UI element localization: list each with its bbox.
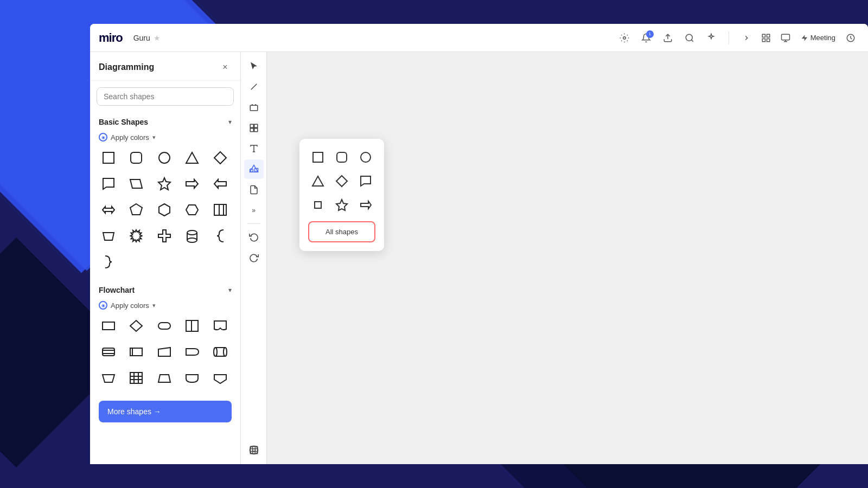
popup-arrow-right[interactable] bbox=[356, 195, 375, 215]
notifications-button[interactable]: 1 bbox=[637, 29, 655, 47]
svg-marker-48 bbox=[103, 375, 114, 382]
svg-point-0 bbox=[623, 36, 626, 39]
app-window: miro Guru ★ 1 bbox=[90, 24, 868, 464]
shape-brace-right[interactable] bbox=[97, 250, 120, 274]
table-button[interactable] bbox=[244, 440, 264, 460]
shape-double-arrow[interactable] bbox=[97, 198, 120, 222]
shape-rounded-square[interactable] bbox=[124, 146, 148, 170]
shape-arrow-right[interactable] bbox=[180, 172, 204, 196]
svg-marker-18 bbox=[158, 178, 170, 190]
flowchart-chevron: ▾ bbox=[228, 286, 232, 294]
svg-rect-49 bbox=[130, 373, 142, 383]
popup-circle[interactable] bbox=[356, 147, 375, 167]
shape-arrow-left[interactable] bbox=[208, 172, 232, 196]
shape-cylinder[interactable] bbox=[180, 224, 204, 248]
shapes-popup: All shapes bbox=[299, 139, 384, 251]
svg-point-32 bbox=[187, 238, 197, 242]
fc-decision[interactable] bbox=[124, 314, 148, 338]
svg-rect-57 bbox=[250, 105, 258, 111]
shape-burst[interactable] bbox=[124, 224, 148, 248]
basic-shapes-apply-colors[interactable]: ◉ Apply colors ▾ bbox=[97, 131, 234, 146]
shape-pentagon[interactable] bbox=[124, 198, 148, 222]
pen-tool-button[interactable] bbox=[244, 77, 264, 97]
shape-columns[interactable] bbox=[208, 198, 232, 222]
shape-square[interactable] bbox=[97, 146, 120, 170]
more-shapes-button[interactable]: More shapes → bbox=[99, 401, 232, 422]
svg-rect-13 bbox=[131, 152, 142, 163]
magic-button[interactable] bbox=[703, 29, 720, 47]
fc-document[interactable] bbox=[208, 314, 232, 338]
fc-alternate-process[interactable] bbox=[97, 340, 120, 364]
shape-circle[interactable] bbox=[152, 146, 176, 170]
fc-process[interactable] bbox=[97, 314, 120, 338]
redo-button[interactable] bbox=[244, 248, 264, 267]
svg-rect-81 bbox=[315, 202, 321, 208]
notification-badge: 1 bbox=[646, 30, 654, 38]
meeting-button[interactable]: Meeting bbox=[796, 29, 840, 47]
shape-speech-bubble[interactable] bbox=[97, 172, 120, 196]
layout-button[interactable] bbox=[777, 29, 794, 47]
shape-star[interactable] bbox=[152, 172, 176, 196]
search-button[interactable] bbox=[681, 29, 698, 47]
flowchart-apply-colors[interactable]: ◉ Apply colors ▾ bbox=[97, 299, 234, 314]
shape-brace-left[interactable] bbox=[208, 224, 232, 248]
expand-panel-button[interactable] bbox=[738, 29, 755, 47]
fc-manual-operation[interactable] bbox=[97, 366, 120, 390]
popup-speech-bubble[interactable] bbox=[356, 171, 375, 191]
all-shapes-button[interactable]: All shapes bbox=[308, 221, 375, 242]
shape-trapezoid[interactable] bbox=[97, 224, 120, 248]
flowchart-header[interactable]: Flowchart ▾ bbox=[97, 280, 234, 299]
fc-manual-input[interactable] bbox=[152, 340, 176, 364]
shape-hexagon-flat[interactable] bbox=[180, 198, 204, 222]
settings-button[interactable] bbox=[616, 29, 633, 47]
more-tools-button[interactable]: » bbox=[244, 201, 264, 220]
svg-marker-83 bbox=[361, 201, 371, 209]
shapes-tool-button[interactable] bbox=[244, 159, 264, 179]
svg-rect-71 bbox=[250, 446, 258, 454]
fc-off-page[interactable] bbox=[208, 366, 232, 390]
sticky-tool-button[interactable] bbox=[244, 180, 264, 200]
fc-columns[interactable] bbox=[180, 314, 204, 338]
svg-line-2 bbox=[691, 40, 693, 41]
shape-triangle[interactable] bbox=[180, 146, 204, 170]
fc-card[interactable] bbox=[124, 340, 148, 364]
basic-shapes-header[interactable]: Basic Shapes ▾ bbox=[97, 112, 234, 131]
svg-marker-10 bbox=[802, 35, 808, 41]
star-icon[interactable]: ★ bbox=[154, 34, 161, 42]
shape-cross[interactable] bbox=[152, 224, 176, 248]
crop-tool-button[interactable] bbox=[244, 118, 264, 138]
text-tool-button[interactable] bbox=[244, 139, 264, 158]
popup-small-square[interactable] bbox=[308, 195, 328, 215]
undo-button[interactable] bbox=[244, 227, 264, 247]
frame-tool-button[interactable] bbox=[244, 98, 264, 117]
popup-triangle[interactable] bbox=[308, 171, 328, 191]
fc-trapezoid[interactable] bbox=[152, 366, 176, 390]
fc-drum[interactable] bbox=[208, 340, 232, 364]
fc-delay[interactable] bbox=[180, 340, 204, 364]
share-button[interactable] bbox=[659, 29, 676, 47]
timer-button[interactable] bbox=[842, 29, 859, 47]
header-icons: 1 bbox=[616, 29, 720, 47]
fc-grid[interactable] bbox=[124, 366, 148, 390]
frames-button[interactable] bbox=[757, 29, 775, 47]
left-panel: Diagramming × Basic Shapes ▾ ◉ Apply col… bbox=[90, 52, 241, 464]
shape-parallelogram[interactable] bbox=[124, 172, 148, 196]
panel-close-button[interactable]: × bbox=[219, 61, 232, 74]
shape-diamond[interactable] bbox=[208, 146, 232, 170]
popup-square[interactable] bbox=[308, 147, 328, 167]
meeting-label: Meeting bbox=[810, 34, 835, 42]
svg-marker-54 bbox=[158, 375, 170, 382]
popup-star[interactable] bbox=[332, 195, 352, 215]
popup-rounded-square[interactable] bbox=[332, 147, 352, 167]
svg-marker-43 bbox=[158, 348, 170, 356]
select-tool-button[interactable] bbox=[244, 56, 264, 76]
svg-rect-7 bbox=[781, 34, 789, 40]
svg-rect-35 bbox=[158, 323, 170, 329]
search-input[interactable] bbox=[97, 87, 234, 106]
canvas-area[interactable]: All shapes bbox=[267, 52, 868, 464]
svg-marker-23 bbox=[159, 204, 170, 216]
shape-hexagon[interactable] bbox=[152, 198, 176, 222]
fc-half-round[interactable] bbox=[180, 366, 204, 390]
popup-diamond[interactable] bbox=[332, 171, 352, 191]
fc-stadium[interactable] bbox=[152, 314, 176, 338]
